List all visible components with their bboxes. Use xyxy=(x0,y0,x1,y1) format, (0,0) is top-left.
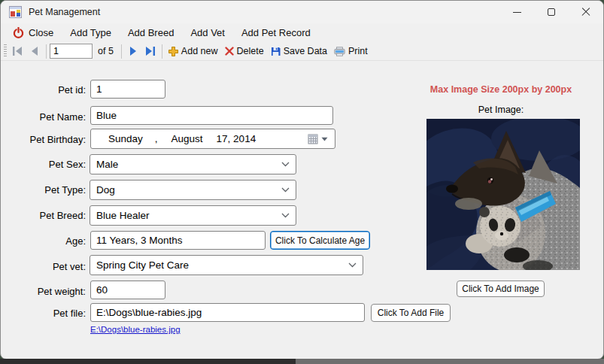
pet-birthday-label: Pet Birthday: xyxy=(5,134,86,145)
delete-icon xyxy=(225,47,234,56)
age-input[interactable] xyxy=(90,231,266,250)
maximize-icon xyxy=(548,8,555,16)
save-icon xyxy=(271,47,281,56)
save-data-label: Save Data xyxy=(284,46,327,56)
pet-vet-value: Spring City Pet Care xyxy=(96,259,189,271)
print-button[interactable]: Print xyxy=(331,44,371,59)
menu-add-breed[interactable]: Add Breed xyxy=(120,25,182,41)
add-new-label: Add new xyxy=(181,46,218,56)
pet-id-label: Pet id: xyxy=(5,84,86,96)
chevron-down-icon xyxy=(281,162,290,167)
pet-file-label: Pet file: xyxy=(5,308,86,319)
menu-add-pet-record[interactable]: Add Pet Record xyxy=(233,25,319,41)
add-image-button[interactable]: Click To Add Image xyxy=(457,281,545,297)
app-icon xyxy=(9,6,22,18)
pet-breed-value: Blue Healer xyxy=(96,210,150,221)
pet-sex-label: Pet Sex: xyxy=(5,159,86,170)
birthday-date: 17, 2014 xyxy=(217,133,256,144)
pet-vet-label: Pet vet: xyxy=(5,261,86,272)
delete-button[interactable]: Delete xyxy=(222,44,267,59)
pet-sex-combobox[interactable]: Male xyxy=(90,154,296,174)
pet-type-combobox[interactable]: Dog xyxy=(90,180,296,200)
delete-label: Delete xyxy=(237,46,264,56)
pet-image xyxy=(426,119,580,270)
chevron-down-icon xyxy=(281,187,290,193)
record-count-label: of 5 xyxy=(93,46,118,56)
dropdown-arrow-icon xyxy=(321,137,328,141)
pet-name-label: Pet Name: xyxy=(5,111,86,123)
toolbar-separator xyxy=(46,44,47,59)
pet-type-label: Pet Type: xyxy=(5,184,86,196)
menu-close[interactable]: Close xyxy=(5,25,62,41)
menu-add-type-label: Add Type xyxy=(70,27,111,38)
pet-weight-input[interactable] xyxy=(90,281,165,299)
app-window: Pet Management Close Add Type Add Breed … xyxy=(0,0,604,359)
add-file-button[interactable]: Click To Add File xyxy=(371,304,451,322)
toolbar-separator xyxy=(162,44,162,59)
menu-add-breed-label: Add Breed xyxy=(128,27,174,38)
move-last-icon xyxy=(145,47,156,56)
move-first-icon xyxy=(12,47,23,56)
close-icon xyxy=(581,8,590,17)
power-icon xyxy=(13,27,24,38)
calendar-icon xyxy=(308,134,319,144)
max-image-size-note: Max Image Size 200px by 200px xyxy=(405,84,597,95)
menu-add-vet-label: Add Vet xyxy=(190,27,225,38)
minimize-button[interactable] xyxy=(499,1,534,23)
move-previous-button[interactable] xyxy=(26,44,43,59)
pet-vet-combobox[interactable]: Spring City Pet Care xyxy=(90,255,363,275)
record-navigator-toolbar: of 5 Add new Delete xyxy=(1,42,603,61)
menu-add-type[interactable]: Add Type xyxy=(62,25,120,41)
form-area: Pet id: Pet Name: Pet Birthday: Sunday ,… xyxy=(1,61,603,359)
pet-breed-label: Pet Breed: xyxy=(5,210,86,221)
calculate-age-button[interactable]: Click To Calculate Age xyxy=(270,231,370,250)
menu-add-vet[interactable]: Add Vet xyxy=(182,25,233,41)
record-position-input[interactable] xyxy=(50,44,93,59)
pet-image-label: Pet Image: xyxy=(405,105,597,115)
minimize-icon xyxy=(513,12,521,13)
menu-add-pet-record-label: Add Pet Record xyxy=(241,27,311,38)
move-next-button[interactable] xyxy=(125,44,141,59)
birthday-separator: , xyxy=(155,133,158,144)
chevron-down-icon xyxy=(281,213,290,218)
menu-bar: Close Add Type Add Breed Add Vet Add Pet… xyxy=(1,23,603,42)
menu-close-label: Close xyxy=(29,27,53,38)
window-title: Pet Management xyxy=(29,7,100,17)
move-previous-icon xyxy=(30,47,39,56)
pet-sex-value: Male xyxy=(96,159,118,170)
print-icon xyxy=(334,47,345,56)
pet-type-value: Dog xyxy=(96,184,115,196)
print-label: Print xyxy=(348,46,368,56)
title-bar: Pet Management xyxy=(1,1,603,23)
close-window-button[interactable] xyxy=(569,1,603,23)
chevron-down-icon xyxy=(348,262,357,268)
pet-file-link[interactable]: E:\Dogs\blue-rabies.jpg xyxy=(90,325,181,334)
move-first-button[interactable] xyxy=(9,44,26,59)
pet-breed-combobox[interactable]: Blue Healer xyxy=(90,205,296,226)
move-next-icon xyxy=(129,47,138,56)
pet-birthday-datepicker[interactable]: Sunday , August 17, 2014 xyxy=(90,129,335,149)
window-bottom-edge xyxy=(0,359,604,364)
toolbar-grip[interactable] xyxy=(4,44,7,58)
birthday-day: Sunday xyxy=(108,133,143,144)
pet-weight-label: Pet weight: xyxy=(5,286,86,297)
pet-name-input[interactable] xyxy=(90,106,333,125)
add-new-button[interactable]: Add new xyxy=(165,44,221,59)
pet-file-input[interactable] xyxy=(90,303,365,322)
save-data-button[interactable]: Save Data xyxy=(268,44,330,59)
birthday-month: August xyxy=(171,133,203,144)
toolbar-separator xyxy=(121,44,122,59)
age-label: Age: xyxy=(5,235,86,247)
pet-id-input[interactable] xyxy=(90,80,165,99)
add-new-icon xyxy=(168,47,178,56)
move-last-button[interactable] xyxy=(142,44,159,59)
maximize-button[interactable] xyxy=(534,1,569,23)
